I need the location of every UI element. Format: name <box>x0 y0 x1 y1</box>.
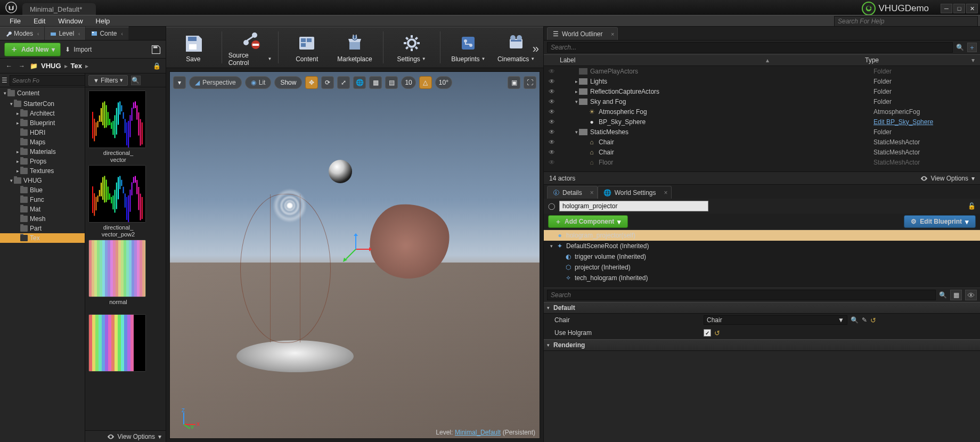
visibility-toggle[interactable]: 👁 <box>547 78 557 85</box>
outliner-row[interactable]: 👁▸ReflectionCaptureActorsFolder <box>544 86 980 96</box>
camera-speed-button[interactable]: ▣ <box>508 76 520 89</box>
tab-modes[interactable]: Modes‹ <box>0 27 45 40</box>
property-combo[interactable]: Chair▼ <box>704 315 847 325</box>
lock-icon[interactable]: 🔓 <box>968 202 976 210</box>
source-search-input[interactable] <box>10 75 85 86</box>
visibility-toggle[interactable]: 👁 <box>547 138 557 146</box>
property-group-header[interactable]: ▾Default <box>544 302 980 314</box>
filters-button[interactable]: ▼ Filters ▾ <box>88 75 128 86</box>
property-matrix-button[interactable]: ▦ <box>950 290 962 300</box>
breadcrumb-segment[interactable]: VHUG <box>41 62 61 70</box>
component-list[interactable]: ●hologram_projector(self)▾✦DefaultSceneR… <box>544 230 980 288</box>
tree-node[interactable]: Blue <box>0 185 85 195</box>
tree-node[interactable]: HDRI <box>0 128 85 137</box>
property-visibility-button[interactable] <box>965 290 977 300</box>
tree-node[interactable]: Func <box>0 195 85 204</box>
tree-node[interactable]: ▾StarterCon <box>0 99 85 109</box>
tab-world-settings[interactable]: 🌐World Settings× <box>598 186 672 199</box>
asset-item[interactable]: directional_vector_pow2 <box>88 165 148 238</box>
close-tab-button[interactable]: × <box>664 189 667 197</box>
close-tab-button[interactable]: × <box>611 31 614 37</box>
add-actor-button[interactable]: ＋ <box>967 43 977 52</box>
outliner-row[interactable]: 👁GamePlayActorsFolder <box>544 66 980 76</box>
window-minimize-button[interactable]: ─ <box>941 4 952 13</box>
level-viewport[interactable]: x z y ▾ ◢Perspective ◉Lit Show ✥ ⟳ ⤢ 🌐 ▦… <box>169 71 540 439</box>
project-tab[interactable]: Minimal_Default* <box>22 3 96 15</box>
menu-file[interactable]: File <box>3 15 27 27</box>
outliner-view-options[interactable]: View Options ▾ <box>920 175 975 182</box>
toolbar-settings-button[interactable]: Settings ▼ <box>390 29 434 66</box>
outliner-row[interactable]: 👁⌂ChairStaticMeshActor <box>544 147 980 157</box>
nav-forward-button[interactable]: → <box>17 61 27 71</box>
menu-window[interactable]: Window <box>52 15 89 27</box>
close-tab-button[interactable]: × <box>590 189 594 197</box>
component-row[interactable]: ✧tech_hologram (Inherited) <box>544 273 980 283</box>
level-link[interactable]: Minimal_Default <box>455 429 501 436</box>
component-row[interactable]: ⬡projector (Inherited) <box>544 262 980 273</box>
add-component-button[interactable]: ＋Add Component ▾ <box>548 215 628 228</box>
outliner-row[interactable]: 👁▾Sky and FogFolder <box>544 96 980 107</box>
sources-toggle-button[interactable]: ☰ <box>2 77 7 84</box>
path-lock-button[interactable]: 🔒 <box>152 61 161 71</box>
transform-gizmo[interactable] <box>340 233 372 265</box>
transform-mode-scale[interactable]: ⤢ <box>337 76 350 89</box>
cb-view-options[interactable]: View Options ▾ <box>85 430 166 442</box>
visibility-toggle[interactable]: 👁 <box>547 98 557 105</box>
component-row[interactable]: ▾✦DefaultSceneRoot (Inherited) <box>544 241 980 251</box>
menu-edit[interactable]: Edit <box>27 15 52 27</box>
outliner-tree[interactable]: 👁GamePlayActorsFolder👁▸LightsFolder👁▸Ref… <box>544 66 980 171</box>
angle-snap-button[interactable]: △ <box>419 76 432 89</box>
search-asset-button[interactable]: 🔍 <box>851 316 859 324</box>
tree-node[interactable]: Tex <box>0 233 85 243</box>
grid-snap-value[interactable]: 10 <box>401 76 415 89</box>
import-button[interactable]: ⬇Import <box>65 46 92 53</box>
tab-details[interactable]: 🛈Details× <box>547 186 598 199</box>
viewport-options-button[interactable]: ▾ <box>173 76 186 89</box>
nav-back-button[interactable]: ← <box>4 61 14 71</box>
edit-blueprint-button[interactable]: ⚙Edit Blueprint ▾ <box>904 215 976 228</box>
visibility-toggle[interactable]: 👁 <box>547 68 557 75</box>
lit-button[interactable]: ◉Lit <box>245 76 272 89</box>
asset-item[interactable]: directional_vector <box>88 91 148 163</box>
tab-level[interactable]: Level‹ <box>45 27 86 40</box>
actor-name-input[interactable] <box>559 201 708 211</box>
asset-grid[interactable]: directional_vectordirectional_vector_pow… <box>85 87 166 430</box>
tree-node[interactable]: Mat <box>0 204 85 214</box>
toolbar-save-button[interactable]: Save <box>172 29 215 66</box>
search-assets-button[interactable]: 🔍 <box>131 76 141 85</box>
reset-to-default-button[interactable]: ↺ <box>714 329 720 337</box>
visibility-toggle[interactable]: 👁 <box>547 108 557 116</box>
outliner-header[interactable]: Label ▴ Type ▾ <box>544 54 980 66</box>
outliner-row[interactable]: 👁⌂FloorStaticMeshActor <box>544 157 980 167</box>
save-all-button[interactable] <box>151 44 161 55</box>
toolbar-cinematics-button[interactable]: Cinematics ▼ <box>494 29 538 66</box>
component-row[interactable]: ●hologram_projector(self) <box>544 230 980 241</box>
outliner-row[interactable]: 👁●BP_Sky_SphereEdit BP_Sky_Sphere <box>544 117 980 127</box>
property-group-header[interactable]: ▾Rendering <box>544 339 980 351</box>
menu-help[interactable]: Help <box>89 15 117 27</box>
outliner-row[interactable]: 👁▸LightsFolder <box>544 76 980 86</box>
surface-snap-button[interactable]: ▦ <box>369 76 382 89</box>
use-selected-button[interactable]: ✎ <box>862 316 867 324</box>
maximize-viewport-button[interactable]: ⛶ <box>524 76 536 89</box>
breadcrumb-segment[interactable]: Tex <box>71 62 82 70</box>
tree-node[interactable]: Part <box>0 224 85 233</box>
tree-node[interactable]: ▸Materials <box>0 147 85 157</box>
toolbar-blueprints-button[interactable]: Blueprints ▼ <box>446 29 490 66</box>
window-maximize-button[interactable]: □ <box>953 4 965 13</box>
tree-node[interactable]: ▸Architect <box>0 109 85 118</box>
reset-to-default-button[interactable]: ↺ <box>870 316 876 324</box>
tree-node[interactable]: Maps <box>0 137 85 147</box>
grid-snap-button[interactable]: ▤ <box>385 76 398 89</box>
outliner-row[interactable]: 👁⌂ChairStaticMeshActor <box>544 137 980 147</box>
toolbar-sourcecontrol-button[interactable]: Source Control ▼ <box>228 29 272 66</box>
toolbar-marketplace-button[interactable]: UMarketplace <box>333 29 377 66</box>
visibility-toggle[interactable]: 👁 <box>547 128 557 136</box>
tab-world-outliner[interactable]: ☰World Outliner× <box>547 27 618 40</box>
add-new-button[interactable]: ＋Add New ▾ <box>4 43 61 56</box>
transform-mode-translate[interactable]: ✥ <box>305 76 318 89</box>
coordinate-space-button[interactable]: 🌐 <box>353 76 366 89</box>
source-control-badge[interactable]: VHUGDemo <box>861 1 933 16</box>
outliner-search-input[interactable] <box>547 42 953 53</box>
transform-mode-rotate[interactable]: ⟳ <box>321 76 334 89</box>
